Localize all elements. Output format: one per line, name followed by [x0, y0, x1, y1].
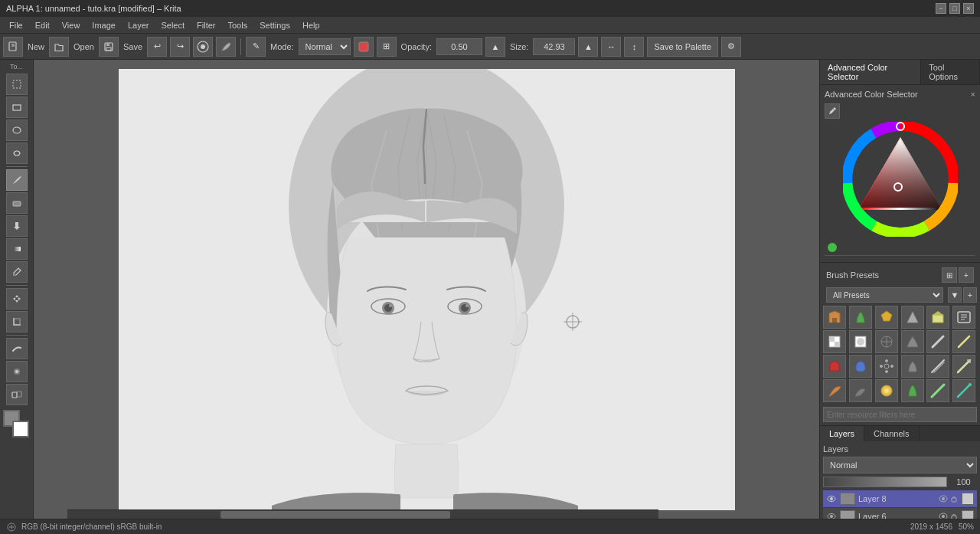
all-presets-select[interactable]: All Presets — [826, 287, 943, 303]
svg-rect-13 — [13, 247, 21, 251]
scrollbar-thumb-h[interactable] — [220, 511, 450, 519]
layer-item[interactable]: Layer 8 — [823, 490, 977, 507]
opacity-slider[interactable] — [823, 477, 947, 487]
mirror-button[interactable]: ⊞ — [377, 37, 397, 57]
presets-expand-btn[interactable]: ⊞ — [942, 267, 957, 283]
preset-item[interactable] — [901, 330, 924, 353]
active-color-indicator — [828, 243, 837, 252]
preset-item[interactable] — [849, 306, 872, 329]
preset-item[interactable] — [926, 306, 949, 329]
background-color[interactable] — [12, 421, 29, 437]
menu-file[interactable]: File — [3, 19, 29, 31]
tool-freehand-select[interactable] — [6, 143, 28, 164]
color-wheel-container[interactable] — [825, 122, 975, 237]
tool-eraser[interactable] — [6, 192, 28, 214]
menu-edit[interactable]: Edit — [29, 19, 56, 31]
brush-settings-button[interactable] — [216, 37, 236, 57]
preset-item[interactable] — [901, 355, 924, 378]
blend-mode-select[interactable]: Normal Multiply Screen Overlay — [823, 457, 977, 473]
brush-mode-icon[interactable]: ✎ — [246, 37, 266, 57]
preset-item[interactable] — [926, 355, 949, 378]
menu-layer[interactable]: Layer — [122, 19, 155, 31]
opacity-up[interactable]: ▲ — [485, 37, 505, 57]
brush-icon-btn[interactable] — [193, 37, 213, 57]
preset-item[interactable] — [926, 330, 949, 353]
preset-item[interactable] — [952, 379, 975, 402]
horizontal-scrollbar[interactable] — [67, 509, 658, 519]
preset-item[interactable] — [875, 355, 898, 378]
layer-item[interactable]: Layer 6 — [823, 508, 977, 519]
menu-tools[interactable]: Tools — [222, 19, 254, 31]
preset-item[interactable] — [952, 330, 975, 353]
save-palette-button[interactable]: Save to Palette — [647, 37, 718, 57]
maximize-button[interactable]: □ — [949, 3, 960, 14]
color-selector-panel: Advanced Color Selector × — [820, 85, 980, 262]
preset-item[interactable] — [823, 379, 846, 402]
menu-image[interactable]: Image — [86, 19, 122, 31]
layer-visibility-toggle[interactable] — [826, 493, 837, 504]
undo-button[interactable]: ↩ — [147, 37, 167, 57]
minimize-button[interactable]: − — [936, 3, 946, 14]
presets-filter-btn[interactable]: ▼ — [948, 287, 962, 303]
size-input[interactable]: 42.93 — [533, 38, 575, 55]
preset-item[interactable] — [875, 306, 898, 329]
presets-title: Brush Presets — [826, 270, 879, 280]
tab-tool-options[interactable]: Tool Options — [921, 60, 980, 84]
menu-settings[interactable]: Settings — [253, 19, 296, 31]
preset-item[interactable] — [849, 355, 872, 378]
menu-view[interactable]: View — [56, 19, 87, 31]
preset-item[interactable] — [823, 330, 846, 353]
eyedropper-btn[interactable] — [825, 103, 840, 119]
tool-fill[interactable] — [6, 215, 28, 237]
tab-advanced-color[interactable]: Advanced Color Selector — [820, 60, 921, 84]
color-icon[interactable] — [354, 37, 374, 57]
tool-select-ellipse[interactable] — [6, 120, 28, 141]
tool-blur[interactable] — [6, 361, 28, 382]
size-up[interactable]: ▲ — [578, 37, 598, 57]
color-selector-close[interactable]: × — [971, 90, 975, 99]
save-button[interactable] — [99, 37, 119, 57]
preset-item[interactable] — [875, 379, 898, 402]
flip-v-button[interactable]: ↕ — [624, 37, 644, 57]
redo-button[interactable]: ↪ — [170, 37, 190, 57]
tool-color-picker[interactable] — [6, 261, 28, 283]
menu-help[interactable]: Help — [296, 19, 326, 31]
tool-move[interactable] — [6, 288, 28, 310]
layer-actions — [939, 512, 959, 519]
tool-gradient[interactable] — [6, 238, 28, 260]
tool-transform[interactable] — [6, 74, 28, 95]
preset-item[interactable] — [823, 306, 846, 329]
tool-brush[interactable] — [6, 169, 28, 191]
opacity-input[interactable]: 0.50 — [436, 38, 482, 55]
tab-layers[interactable]: Layers — [820, 426, 864, 441]
color-selector-mini[interactable] — [3, 410, 31, 437]
preset-item[interactable] — [952, 355, 975, 378]
preset-item[interactable] — [926, 379, 949, 402]
mode-select[interactable]: Normal Multiply Screen Overlay — [299, 38, 351, 55]
layer-visibility-toggle[interactable] — [826, 511, 837, 519]
tool-crop[interactable] — [6, 311, 28, 333]
menu-select[interactable]: Select — [155, 19, 191, 31]
tool-smudge[interactable] — [6, 338, 28, 359]
open-button[interactable] — [49, 37, 69, 57]
new-button[interactable] — [3, 37, 23, 57]
preset-item[interactable] — [823, 355, 846, 378]
color-info: RGB (8-bit integer/channel) sRGB built-i… — [21, 523, 162, 531]
preset-item[interactable] — [849, 379, 872, 402]
preset-item[interactable] — [901, 306, 924, 329]
preset-item[interactable] — [849, 330, 872, 353]
resource-filter-input[interactable] — [823, 407, 977, 422]
palette-settings[interactable]: ⚙ — [721, 37, 741, 57]
flip-h-button[interactable]: ↔ — [601, 37, 621, 57]
menu-filter[interactable]: Filter — [191, 19, 221, 31]
layer-actions — [939, 494, 959, 503]
tool-select-rect[interactable] — [6, 97, 28, 118]
tab-channels[interactable]: Channels — [864, 426, 919, 441]
preset-item[interactable] — [901, 379, 924, 402]
close-button[interactable]: × — [963, 3, 974, 14]
presets-add-btn[interactable]: + — [959, 267, 974, 283]
preset-item[interactable] — [875, 330, 898, 353]
preset-item[interactable] — [952, 306, 975, 329]
tool-clone[interactable] — [6, 384, 28, 405]
presets-plus-btn[interactable]: + — [963, 287, 977, 303]
